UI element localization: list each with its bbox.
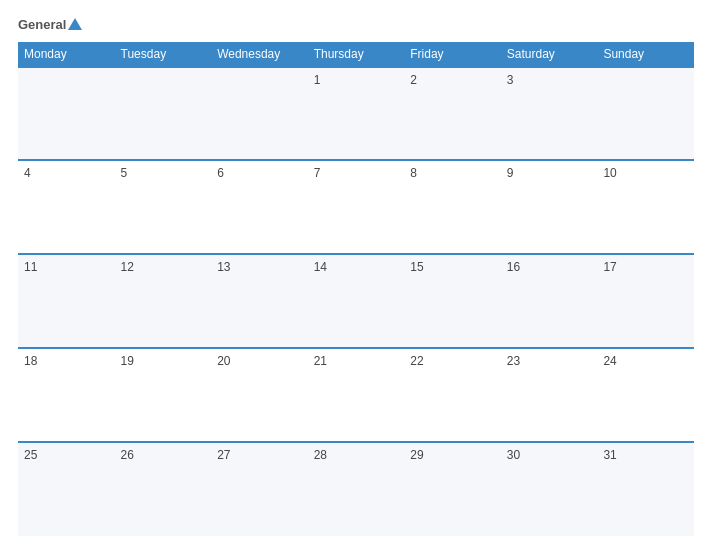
weekday-header-row: MondayTuesdayWednesdayThursdayFridaySatu… — [18, 42, 694, 67]
day-number: 29 — [410, 448, 423, 462]
day-number: 7 — [314, 166, 321, 180]
week-row-5: 25262728293031 — [18, 442, 694, 536]
day-number: 26 — [121, 448, 134, 462]
weekday-header-monday: Monday — [18, 42, 115, 67]
day-number: 17 — [603, 260, 616, 274]
calendar-cell: 16 — [501, 254, 598, 348]
day-number: 15 — [410, 260, 423, 274]
logo: General — [18, 18, 82, 32]
calendar-cell — [18, 67, 115, 161]
day-number: 13 — [217, 260, 230, 274]
calendar-cell: 25 — [18, 442, 115, 536]
week-row-1: 123 — [18, 67, 694, 161]
day-number: 27 — [217, 448, 230, 462]
day-number: 12 — [121, 260, 134, 274]
calendar-page: General MondayTuesdayWednesdayThursdayFr… — [0, 0, 712, 550]
day-number: 2 — [410, 73, 417, 87]
calendar-cell — [597, 67, 694, 161]
day-number: 8 — [410, 166, 417, 180]
calendar-cell: 11 — [18, 254, 115, 348]
week-row-4: 18192021222324 — [18, 348, 694, 442]
calendar-cell: 28 — [308, 442, 405, 536]
week-row-2: 45678910 — [18, 160, 694, 254]
calendar-cell: 10 — [597, 160, 694, 254]
day-number: 20 — [217, 354, 230, 368]
weekday-header-saturday: Saturday — [501, 42, 598, 67]
calendar-cell: 19 — [115, 348, 212, 442]
calendar-cell: 21 — [308, 348, 405, 442]
week-row-3: 11121314151617 — [18, 254, 694, 348]
calendar-cell: 26 — [115, 442, 212, 536]
calendar-cell — [115, 67, 212, 161]
day-number: 22 — [410, 354, 423, 368]
weekday-header-sunday: Sunday — [597, 42, 694, 67]
day-number: 30 — [507, 448, 520, 462]
calendar-cell: 30 — [501, 442, 598, 536]
day-number: 1 — [314, 73, 321, 87]
day-number: 10 — [603, 166, 616, 180]
calendar-cell: 3 — [501, 67, 598, 161]
logo-triangle-icon — [68, 18, 82, 30]
calendar-cell: 17 — [597, 254, 694, 348]
weekday-header-tuesday: Tuesday — [115, 42, 212, 67]
calendar-cell: 14 — [308, 254, 405, 348]
day-number: 4 — [24, 166, 31, 180]
weekday-header-wednesday: Wednesday — [211, 42, 308, 67]
calendar-cell: 23 — [501, 348, 598, 442]
day-number: 5 — [121, 166, 128, 180]
logo-general-text: General — [18, 18, 82, 32]
calendar-cell: 18 — [18, 348, 115, 442]
calendar-cell: 20 — [211, 348, 308, 442]
calendar-cell: 22 — [404, 348, 501, 442]
day-number: 3 — [507, 73, 514, 87]
day-number: 16 — [507, 260, 520, 274]
calendar-cell: 2 — [404, 67, 501, 161]
calendar-cell: 15 — [404, 254, 501, 348]
day-number: 23 — [507, 354, 520, 368]
calendar-cell: 31 — [597, 442, 694, 536]
day-number: 24 — [603, 354, 616, 368]
day-number: 25 — [24, 448, 37, 462]
calendar-cell: 1 — [308, 67, 405, 161]
calendar-cell: 4 — [18, 160, 115, 254]
day-number: 18 — [24, 354, 37, 368]
day-number: 31 — [603, 448, 616, 462]
calendar-table: MondayTuesdayWednesdayThursdayFridaySatu… — [18, 42, 694, 536]
day-number: 19 — [121, 354, 134, 368]
calendar-cell — [211, 67, 308, 161]
calendar-cell: 6 — [211, 160, 308, 254]
calendar-cell: 8 — [404, 160, 501, 254]
day-number: 11 — [24, 260, 37, 274]
calendar-cell: 5 — [115, 160, 212, 254]
day-number: 28 — [314, 448, 327, 462]
calendar-body: 1234567891011121314151617181920212223242… — [18, 67, 694, 536]
calendar-cell: 24 — [597, 348, 694, 442]
weekday-header-friday: Friday — [404, 42, 501, 67]
calendar-cell: 9 — [501, 160, 598, 254]
calendar-cell: 12 — [115, 254, 212, 348]
calendar-cell: 27 — [211, 442, 308, 536]
day-number: 14 — [314, 260, 327, 274]
calendar-cell: 13 — [211, 254, 308, 348]
day-number: 9 — [507, 166, 514, 180]
day-number: 6 — [217, 166, 224, 180]
calendar-cell: 7 — [308, 160, 405, 254]
calendar-cell: 29 — [404, 442, 501, 536]
day-number: 21 — [314, 354, 327, 368]
calendar-header: General — [18, 18, 694, 32]
weekday-header-thursday: Thursday — [308, 42, 405, 67]
